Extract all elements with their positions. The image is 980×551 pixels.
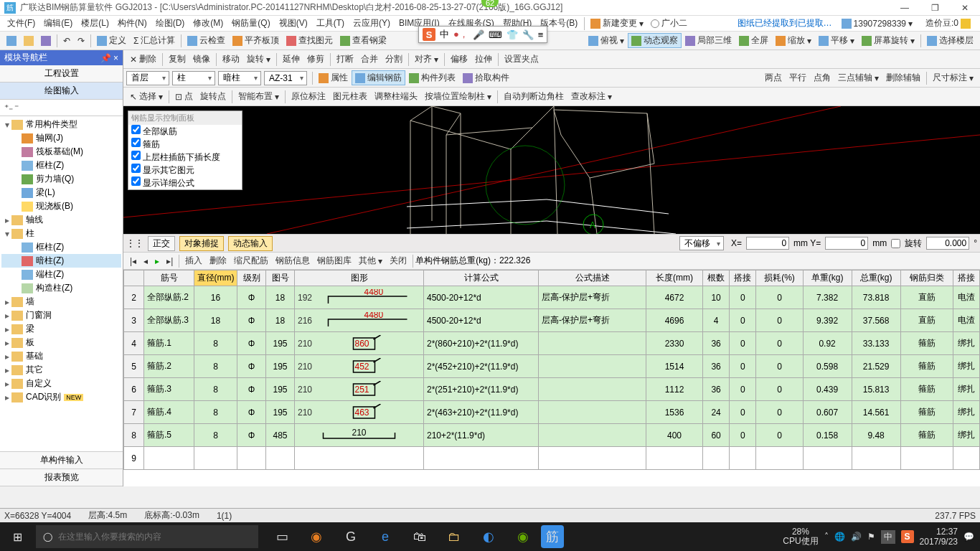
tab-draw-input[interactable]: 绘图输入: [0, 83, 123, 100]
start-button[interactable]: ⊞: [0, 530, 34, 544]
tb-smart[interactable]: 智能布置 ▾: [235, 89, 283, 104]
drawing-tip-link[interactable]: 图纸已经提取到已提取…: [738, 17, 832, 29]
menu-file[interactable]: 文件(F): [3, 16, 39, 31]
task-360-icon[interactable]: ◉: [507, 522, 540, 551]
menu-modify[interactable]: 修改(M): [189, 16, 227, 31]
tray-clock[interactable]: 12:372017/9/23: [920, 527, 958, 547]
ime-menu-icon[interactable]: ≡: [538, 29, 544, 40]
tray-ime[interactable]: 中: [881, 530, 895, 544]
maximize-button[interactable]: ❐: [924, 3, 946, 13]
tb-grips[interactable]: 设置夹点: [501, 52, 542, 67]
task-folder-icon[interactable]: 🗀: [438, 522, 471, 551]
tb-sum[interactable]: Σ 汇总计算: [130, 33, 179, 48]
tb-align[interactable]: 对齐 ▾: [411, 52, 442, 67]
tb-auto-corner[interactable]: 自动判断边角柱: [500, 89, 567, 104]
tb-props[interactable]: 属性: [315, 70, 352, 85]
combo-type[interactable]: 柱: [172, 71, 215, 85]
tb-rotate[interactable]: 旋转 ▾: [243, 52, 274, 67]
tab-single-input[interactable]: 单构件输入: [0, 452, 123, 469]
tree-collapse-icon[interactable]: ⁻: [14, 103, 19, 113]
chk-detail-formula[interactable]: [131, 176, 141, 186]
user-little2[interactable]: 广小二: [647, 16, 691, 31]
table-row[interactable]: 9: [124, 447, 980, 470]
btn-dyninput[interactable]: 动态输入: [228, 236, 273, 251]
tb-delete[interactable]: ✕ 删除: [126, 52, 160, 67]
ime-skin-icon[interactable]: 👕: [507, 29, 518, 40]
tb-save[interactable]: [37, 34, 55, 47]
task-fire-icon[interactable]: ◉: [300, 522, 333, 551]
tb-pick[interactable]: 拾取构件: [459, 70, 513, 85]
tb-move[interactable]: 移动: [219, 52, 243, 67]
menu-tool[interactable]: 工具(T): [312, 16, 349, 31]
ime-keyboard-icon[interactable]: ⌨: [489, 29, 502, 40]
col-header[interactable]: [124, 270, 144, 286]
btn-ortho[interactable]: 正交: [148, 236, 175, 251]
task-blue-icon[interactable]: ◐: [472, 522, 505, 551]
tb-join[interactable]: 合并: [357, 52, 382, 67]
ime-punct[interactable]: ●，: [453, 28, 468, 41]
taskbar-search[interactable]: ◯: [36, 525, 258, 548]
btn-osnap[interactable]: 对象捕捉: [179, 236, 224, 251]
tb-cloud-check[interactable]: 云检查: [184, 33, 229, 48]
chk-show-other[interactable]: [131, 164, 141, 173]
tray-net-icon[interactable]: 🌐: [834, 532, 845, 542]
tb-rot-point[interactable]: 旋转点: [197, 89, 230, 104]
tray-flag-icon[interactable]: ⚑: [867, 532, 875, 542]
tb-define[interactable]: 定义: [93, 33, 130, 48]
tb-three-point[interactable]: 三点辅轴 ▾: [834, 70, 882, 85]
tb-redo[interactable]: ↷: [74, 34, 88, 47]
tb-split[interactable]: 分割: [382, 52, 406, 67]
tb-copy[interactable]: 复制: [165, 52, 189, 67]
table-row[interactable]: 3全部纵筋.318Φ1821644804500-20+12*d层高-保护层+弯折…: [124, 309, 980, 332]
tb-orbit[interactable]: 动态观察: [628, 33, 682, 48]
menu-cloud[interactable]: 云应用(Y): [349, 16, 395, 31]
col-header[interactable]: 根数: [702, 270, 729, 286]
panel-close-icon[interactable]: ×: [113, 53, 118, 63]
close-button[interactable]: ✕: [954, 3, 976, 13]
table-row[interactable]: 8箍筋.58Φ485210210+2*(11.9*d)40060000.1589…: [124, 424, 980, 447]
combo-name[interactable]: AZ-31: [264, 71, 307, 85]
chk-rotate[interactable]: [891, 239, 900, 248]
tree-node-hidden-column[interactable]: 暗柱(Z): [1, 254, 121, 268]
tb-del-aux[interactable]: 删除辅轴: [882, 70, 924, 85]
task-g-icon[interactable]: G: [334, 522, 367, 551]
menu-view[interactable]: 视图(V): [275, 16, 312, 31]
col-header[interactable]: 搭接: [953, 270, 979, 286]
col-header[interactable]: 筋号: [144, 270, 194, 286]
menu-draw[interactable]: 绘图(D): [151, 16, 189, 31]
tb-pan[interactable]: 平移 ▾: [815, 33, 858, 48]
ime-lang[interactable]: 中: [440, 28, 449, 41]
combo-floor[interactable]: 首层: [126, 71, 169, 85]
tray-notif-icon[interactable]: 💬: [963, 532, 974, 542]
tb-zoom[interactable]: 缩放 ▾: [772, 33, 815, 48]
combo-offset[interactable]: 不偏移: [679, 236, 724, 250]
tbl-insert[interactable]: 插入: [182, 253, 206, 268]
col-header[interactable]: 图号: [266, 270, 295, 286]
tb-select[interactable]: ↖ 选择 ▾: [126, 89, 166, 104]
tb-open[interactable]: [20, 34, 37, 47]
combo-subtype[interactable]: 暗柱: [218, 71, 261, 85]
y-input[interactable]: [825, 237, 868, 250]
menu-floor[interactable]: 楼层(L): [77, 16, 113, 31]
component-tree[interactable]: ▾常用构件类型 轴网(J) 筏板基础(M) 框柱(Z) 剪力墙(Q) 梁(L) …: [0, 116, 123, 451]
task-view-icon[interactable]: ▭: [265, 522, 298, 551]
table-row[interactable]: 2全部纵筋.216Φ1819244804500-20+12*d层高-保护层+弯折…: [124, 286, 980, 309]
tb-new[interactable]: [3, 34, 20, 47]
tb-two-point[interactable]: 两点: [761, 70, 786, 85]
rebar-display-panel[interactable]: 钢筋显示控制面板 全部纵筋 箍筋 上层柱插筋下插长度 显示其它图元 显示详细公式: [128, 110, 242, 190]
tb-screen-rot[interactable]: 屏幕旋转 ▾: [858, 33, 918, 48]
menu-rebar[interactable]: 钢筋量(Q): [227, 16, 274, 31]
tree-expand-icon[interactable]: ⁺₋: [4, 103, 13, 113]
minimize-button[interactable]: —: [894, 3, 915, 13]
tb-edit-rebar[interactable]: 编辑钢筋: [352, 70, 405, 85]
tbl-info[interactable]: 钢筋信息: [272, 253, 314, 268]
rotate-input[interactable]: [926, 237, 969, 250]
tb-col-table[interactable]: 图元柱表: [329, 89, 371, 104]
tb-point-angle[interactable]: 点角: [810, 70, 834, 85]
col-header[interactable]: 损耗(%): [756, 270, 803, 286]
tb-comp-list[interactable]: 构件列表: [405, 70, 459, 85]
coin-label[interactable]: 造价豆:0: [922, 16, 974, 31]
table-row[interactable]: 4箍筋.18Φ1952108602*(860+210)+2*(11.9*d)23…: [124, 332, 980, 355]
chk-stirrup[interactable]: [131, 138, 141, 147]
col-header[interactable]: 长度(mm): [646, 270, 703, 286]
